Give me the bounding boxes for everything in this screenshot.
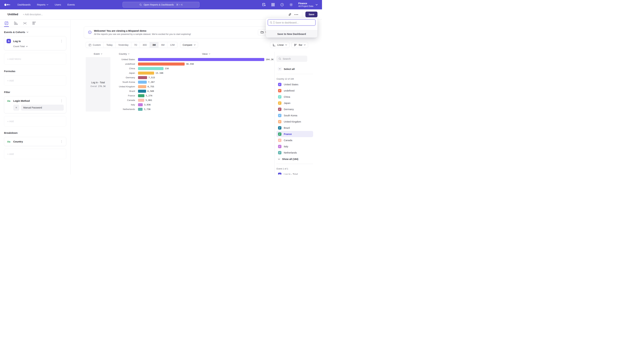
bar-segment[interactable]	[138, 99, 144, 102]
mixpanel-logo-icon[interactable]	[4, 4, 10, 6]
bar-segment[interactable]	[138, 76, 147, 79]
column-header-event[interactable]: Event	[86, 53, 110, 55]
show-all-button[interactable]: Show all (184)	[276, 158, 322, 160]
range-custom[interactable]: Custom	[86, 42, 104, 48]
tab-insights[interactable]	[4, 20, 8, 27]
country-checkbox[interactable]: ✓	[278, 101, 282, 105]
bar-segment[interactable]	[138, 90, 146, 93]
scale-selector-button[interactable]: Linear	[270, 42, 290, 48]
legend-item-united-states[interactable]: ✓ United States	[276, 81, 313, 87]
country-checkbox[interactable]: ✓	[278, 126, 282, 130]
event-checkbox[interactable]: ✓	[278, 173, 282, 175]
save-button[interactable]: Save	[306, 11, 318, 17]
chart-type-button[interactable]: Bar	[292, 42, 308, 48]
metric-card-log-in[interactable]: A Log In ⋮ Count Total	[4, 36, 66, 50]
add-description-field[interactable]: + Add description...	[23, 13, 43, 16]
country-checkbox[interactable]: ✓	[278, 145, 282, 148]
legend-item-canada[interactable]: ✓ Canada	[276, 137, 313, 143]
report-title[interactable]: Untitled	[8, 13, 18, 16]
copy-link-button[interactable]	[286, 11, 293, 17]
filter-card-login-method[interactable]: Aa Login Method ⋮ = Manual Password	[4, 96, 66, 113]
tab-funnels[interactable]	[14, 20, 18, 27]
country-checkbox[interactable]: ✓	[278, 151, 282, 154]
legend-item-italy[interactable]: ✓ Italy	[276, 143, 313, 150]
bar-segment[interactable]	[138, 108, 142, 111]
kebab-menu-icon[interactable]: ⋮	[59, 99, 64, 103]
bar-segment[interactable]	[138, 94, 144, 97]
metric-event-name[interactable]: Log In	[13, 40, 21, 42]
tab-flows[interactable]	[23, 20, 27, 27]
nav-item-dashboards[interactable]: Dashboards	[18, 3, 30, 6]
range-30d[interactable]: 30D	[140, 42, 150, 48]
bar-segment[interactable]	[138, 85, 146, 88]
bar-segment[interactable]	[138, 67, 164, 70]
range-3m[interactable]: 3M	[150, 42, 158, 48]
column-header-country[interactable]: Country	[110, 53, 138, 55]
bar-segment[interactable]	[138, 103, 143, 106]
compare-button[interactable]: Compare	[180, 42, 198, 48]
breakdown-card-country[interactable]: Aa Country ⋮	[4, 137, 66, 146]
ellipsis-icon: •••	[294, 13, 299, 16]
more-actions-button[interactable]: •••	[293, 11, 300, 17]
range-yesterday[interactable]: Yesterday	[116, 42, 132, 48]
add-metric-button[interactable]: + Add Metric	[4, 53, 66, 65]
add-breakdown-button[interactable]: + Add	[4, 149, 66, 159]
country-checkbox[interactable]: ✓	[278, 139, 282, 142]
help-icon[interactable]: ?	[280, 3, 284, 7]
aggregation-selector[interactable]: Count Total	[13, 45, 64, 48]
legend-item-undefined[interactable]: ✓ undefined	[276, 87, 313, 94]
legend-event-item[interactable]: ✓ Log In - Total	[276, 171, 313, 174]
filter-value[interactable]: Manual Password	[21, 105, 64, 111]
legend-item-south-korea[interactable]: ✓ South Korea	[276, 112, 313, 118]
legend-item-united-kingdom[interactable]: ✓ United Kingdom	[276, 118, 313, 125]
legend-item-brazil[interactable]: ✓ Brazil	[276, 125, 313, 131]
add-formula-button[interactable]: + Add	[4, 75, 66, 86]
add-filter-button[interactable]: + Add	[4, 116, 66, 126]
breakdown-property-name[interactable]: Country	[13, 140, 23, 143]
country-checkbox[interactable]: ✓	[278, 120, 282, 123]
bar-segment[interactable]	[138, 72, 154, 75]
country-checkbox[interactable]: ✓	[278, 83, 282, 86]
tab-retention[interactable]	[32, 20, 36, 27]
project-switcher[interactable]: Finance All Project Data	[298, 2, 318, 7]
kebab-menu-icon[interactable]: ⋮	[59, 39, 64, 43]
filter-property-name[interactable]: Login Method	[13, 99, 30, 102]
filter-operator[interactable]: =	[13, 105, 19, 111]
legend-item-france[interactable]: ✓ France	[276, 131, 313, 137]
kebab-menu-icon[interactable]: ⋮	[59, 140, 64, 143]
settings-gear-icon[interactable]	[289, 3, 293, 7]
range-6m[interactable]: 6M	[158, 42, 167, 48]
legend-search-input[interactable]: Search	[276, 56, 307, 62]
event-summary-box[interactable]: Log In - Total Overall 276.5K	[86, 57, 110, 111]
country-checkbox[interactable]: ✓	[278, 132, 282, 136]
country-checkbox[interactable]: ✓	[278, 114, 282, 117]
bar-row-germany: Germany 7,515	[110, 75, 274, 80]
apps-grid-icon[interactable]	[271, 3, 275, 7]
save-to-new-dashboard-button[interactable]: Save to New Dashboard	[266, 30, 318, 37]
legend-item-japan[interactable]: ✓ Japan	[276, 100, 313, 106]
bar-segment[interactable]	[138, 81, 147, 84]
country-checkbox[interactable]: ✓	[278, 108, 282, 111]
data-management-icon[interactable]	[262, 3, 266, 7]
select-all-checkbox[interactable]	[278, 67, 282, 70]
nav-item-reports[interactable]: Reports	[37, 3, 48, 6]
column-header-value[interactable]: Value	[138, 53, 274, 55]
country-checkbox[interactable]: ✓	[278, 89, 282, 92]
save-dashboard-search-input[interactable]: Save to dashboard...	[268, 19, 316, 25]
chart-toolbar: Custom Today Yesterday 7D 30D 3M 6M 12M …	[86, 42, 308, 48]
nav-item-users[interactable]: Users	[55, 3, 61, 6]
range-today[interactable]: Today	[104, 42, 116, 48]
events-cohorts-header[interactable]: Events & Cohorts	[4, 31, 66, 33]
bar-segment[interactable]	[138, 58, 264, 61]
select-all-row[interactable]: Select all	[276, 67, 322, 70]
legend-item-germany[interactable]: ✓ Germany	[276, 106, 313, 112]
global-search-input[interactable]: Open Reports & Dashboards ⌘ + K	[122, 2, 200, 7]
legend-item-netherlands[interactable]: ✓ Netherlands	[276, 150, 313, 156]
nav-item-events[interactable]: Events	[68, 3, 75, 6]
bar-segment[interactable]	[138, 62, 185, 65]
legend-item-china[interactable]: ✓ China	[276, 94, 313, 100]
country-checkbox[interactable]: ✓	[278, 95, 282, 99]
range-7d[interactable]: 7D	[131, 42, 140, 48]
chevron-down-icon	[285, 44, 287, 45]
range-12m[interactable]: 12M	[167, 42, 177, 48]
